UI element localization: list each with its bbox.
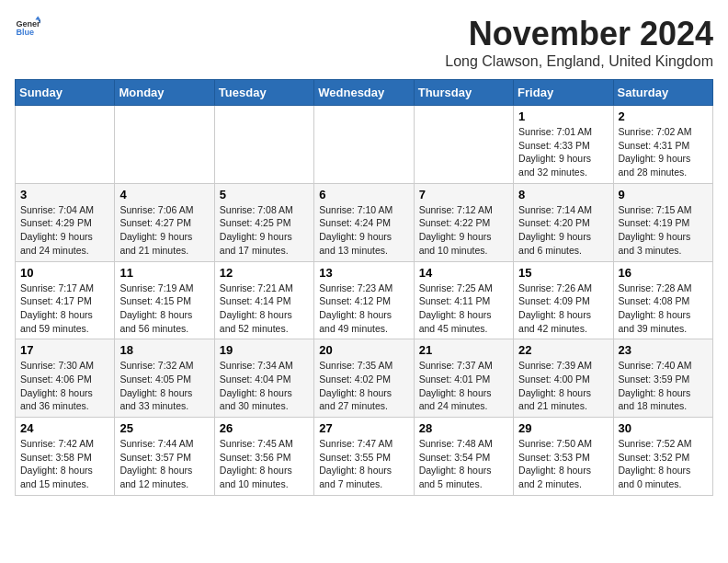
calendar-cell: 29Sunrise: 7:50 AM Sunset: 3:53 PM Dayli… (514, 418, 613, 496)
weekday-header-saturday: Saturday (613, 80, 712, 106)
week-row-5: 24Sunrise: 7:42 AM Sunset: 3:58 PM Dayli… (16, 418, 713, 496)
calendar-cell (16, 106, 115, 184)
calendar-cell (115, 106, 214, 184)
day-number: 18 (119, 343, 209, 357)
day-info: Sunrise: 7:39 AM Sunset: 4:00 PM Dayligh… (518, 359, 608, 413)
calendar-cell: 16Sunrise: 7:28 AM Sunset: 4:08 PM Dayli… (613, 261, 712, 339)
day-number: 11 (119, 266, 209, 280)
weekday-header-tuesday: Tuesday (214, 80, 313, 106)
weekday-header-wednesday: Wednesday (314, 80, 414, 106)
weekday-header-thursday: Thursday (414, 80, 513, 106)
calendar-cell (314, 106, 414, 184)
logo: General Blue (15, 15, 40, 40)
day-number: 22 (518, 343, 608, 357)
day-info: Sunrise: 7:02 AM Sunset: 4:31 PM Dayligh… (619, 125, 708, 179)
weekday-header-row: SundayMondayTuesdayWednesdayThursdayFrid… (16, 80, 713, 106)
calendar-cell: 18Sunrise: 7:32 AM Sunset: 4:05 PM Dayli… (115, 339, 214, 418)
title-section: November 2024 Long Clawson, England, Uni… (445, 15, 713, 70)
logo-icon: General Blue (15, 15, 40, 40)
calendar-cell: 10Sunrise: 7:17 AM Sunset: 4:17 PM Dayli… (16, 261, 115, 339)
calendar-cell: 9Sunrise: 7:15 AM Sunset: 4:19 PM Daylig… (613, 183, 712, 261)
day-info: Sunrise: 7:08 AM Sunset: 4:25 PM Dayligh… (220, 203, 309, 258)
day-number: 19 (220, 343, 309, 357)
svg-marker-2 (35, 16, 40, 19)
calendar-cell: 5Sunrise: 7:08 AM Sunset: 4:25 PM Daylig… (214, 183, 313, 261)
day-info: Sunrise: 7:14 AM Sunset: 4:20 PM Dayligh… (518, 203, 608, 258)
calendar-cell: 24Sunrise: 7:42 AM Sunset: 3:58 PM Dayli… (16, 418, 115, 496)
calendar-cell: 6Sunrise: 7:10 AM Sunset: 4:24 PM Daylig… (314, 183, 414, 261)
day-number: 16 (619, 266, 708, 280)
day-info: Sunrise: 7:50 AM Sunset: 3:53 PM Dayligh… (518, 437, 608, 491)
day-number: 1 (518, 109, 608, 123)
calendar-cell: 21Sunrise: 7:37 AM Sunset: 4:01 PM Dayli… (414, 339, 513, 418)
day-number: 29 (518, 421, 608, 435)
day-info: Sunrise: 7:17 AM Sunset: 4:17 PM Dayligh… (20, 282, 109, 336)
calendar-table: SundayMondayTuesdayWednesdayThursdayFrid… (15, 79, 713, 496)
day-info: Sunrise: 7:12 AM Sunset: 4:22 PM Dayligh… (419, 203, 508, 258)
week-row-4: 17Sunrise: 7:30 AM Sunset: 4:06 PM Dayli… (16, 339, 713, 418)
day-info: Sunrise: 7:06 AM Sunset: 4:27 PM Dayligh… (119, 203, 209, 258)
calendar-cell: 1Sunrise: 7:01 AM Sunset: 4:33 PM Daylig… (514, 106, 613, 184)
calendar-cell: 30Sunrise: 7:52 AM Sunset: 3:52 PM Dayli… (613, 418, 712, 496)
day-info: Sunrise: 7:04 AM Sunset: 4:29 PM Dayligh… (20, 203, 109, 258)
day-info: Sunrise: 7:47 AM Sunset: 3:55 PM Dayligh… (319, 437, 408, 491)
day-info: Sunrise: 7:26 AM Sunset: 4:09 PM Dayligh… (518, 282, 608, 336)
calendar-cell: 13Sunrise: 7:23 AM Sunset: 4:12 PM Dayli… (314, 261, 414, 339)
day-number: 25 (119, 421, 209, 435)
day-info: Sunrise: 7:37 AM Sunset: 4:01 PM Dayligh… (419, 359, 508, 413)
month-title: November 2024 (445, 15, 713, 53)
calendar-cell: 17Sunrise: 7:30 AM Sunset: 4:06 PM Dayli… (16, 339, 115, 418)
week-row-2: 3Sunrise: 7:04 AM Sunset: 4:29 PM Daylig… (16, 183, 713, 261)
day-number: 14 (419, 266, 508, 280)
day-number: 6 (319, 188, 408, 201)
calendar-cell: 27Sunrise: 7:47 AM Sunset: 3:55 PM Dayli… (314, 418, 414, 496)
calendar-cell: 11Sunrise: 7:19 AM Sunset: 4:15 PM Dayli… (115, 261, 214, 339)
week-row-1: 1Sunrise: 7:01 AM Sunset: 4:33 PM Daylig… (16, 106, 713, 184)
day-number: 13 (319, 266, 408, 280)
day-info: Sunrise: 7:23 AM Sunset: 4:12 PM Dayligh… (319, 282, 408, 336)
calendar-cell: 4Sunrise: 7:06 AM Sunset: 4:27 PM Daylig… (115, 183, 214, 261)
location-title: Long Clawson, England, United Kingdom (445, 53, 713, 70)
day-number: 21 (419, 343, 508, 357)
calendar-cell: 25Sunrise: 7:44 AM Sunset: 3:57 PM Dayli… (115, 418, 214, 496)
day-number: 2 (619, 109, 708, 123)
svg-text:Blue: Blue (16, 28, 34, 37)
day-info: Sunrise: 7:34 AM Sunset: 4:04 PM Dayligh… (220, 359, 309, 413)
day-info: Sunrise: 7:25 AM Sunset: 4:11 PM Dayligh… (419, 282, 508, 336)
day-info: Sunrise: 7:44 AM Sunset: 3:57 PM Dayligh… (119, 437, 209, 491)
day-info: Sunrise: 7:52 AM Sunset: 3:52 PM Dayligh… (619, 437, 708, 491)
calendar-cell: 22Sunrise: 7:39 AM Sunset: 4:00 PM Dayli… (514, 339, 613, 418)
day-info: Sunrise: 7:10 AM Sunset: 4:24 PM Dayligh… (319, 203, 408, 258)
day-number: 20 (319, 343, 408, 357)
day-number: 8 (518, 188, 608, 201)
day-number: 23 (619, 343, 708, 357)
day-number: 3 (20, 188, 109, 201)
weekday-header-sunday: Sunday (16, 80, 115, 106)
day-number: 28 (419, 421, 508, 435)
day-number: 10 (20, 266, 109, 280)
weekday-header-monday: Monday (115, 80, 214, 106)
day-info: Sunrise: 7:40 AM Sunset: 3:59 PM Dayligh… (619, 359, 708, 413)
day-info: Sunrise: 7:32 AM Sunset: 4:05 PM Dayligh… (119, 359, 209, 413)
day-number: 27 (319, 421, 408, 435)
day-number: 24 (20, 421, 109, 435)
calendar-cell: 20Sunrise: 7:35 AM Sunset: 4:02 PM Dayli… (314, 339, 414, 418)
header: General Blue November 2024 Long Clawson,… (15, 15, 713, 70)
day-number: 9 (619, 188, 708, 201)
calendar-cell: 26Sunrise: 7:45 AM Sunset: 3:56 PM Dayli… (214, 418, 313, 496)
day-info: Sunrise: 7:42 AM Sunset: 3:58 PM Dayligh… (20, 437, 109, 491)
day-info: Sunrise: 7:30 AM Sunset: 4:06 PM Dayligh… (20, 359, 109, 413)
calendar-cell: 12Sunrise: 7:21 AM Sunset: 4:14 PM Dayli… (214, 261, 313, 339)
day-number: 7 (419, 188, 508, 201)
day-info: Sunrise: 7:35 AM Sunset: 4:02 PM Dayligh… (319, 359, 408, 413)
day-number: 26 (220, 421, 309, 435)
calendar-cell: 3Sunrise: 7:04 AM Sunset: 4:29 PM Daylig… (16, 183, 115, 261)
svg-text:General: General (16, 19, 40, 29)
day-info: Sunrise: 7:28 AM Sunset: 4:08 PM Dayligh… (619, 282, 708, 336)
calendar-cell: 14Sunrise: 7:25 AM Sunset: 4:11 PM Dayli… (414, 261, 513, 339)
day-number: 12 (220, 266, 309, 280)
calendar-cell: 15Sunrise: 7:26 AM Sunset: 4:09 PM Dayli… (514, 261, 613, 339)
day-number: 5 (220, 188, 309, 201)
day-info: Sunrise: 7:19 AM Sunset: 4:15 PM Dayligh… (119, 282, 209, 336)
calendar-cell: 23Sunrise: 7:40 AM Sunset: 3:59 PM Dayli… (613, 339, 712, 418)
